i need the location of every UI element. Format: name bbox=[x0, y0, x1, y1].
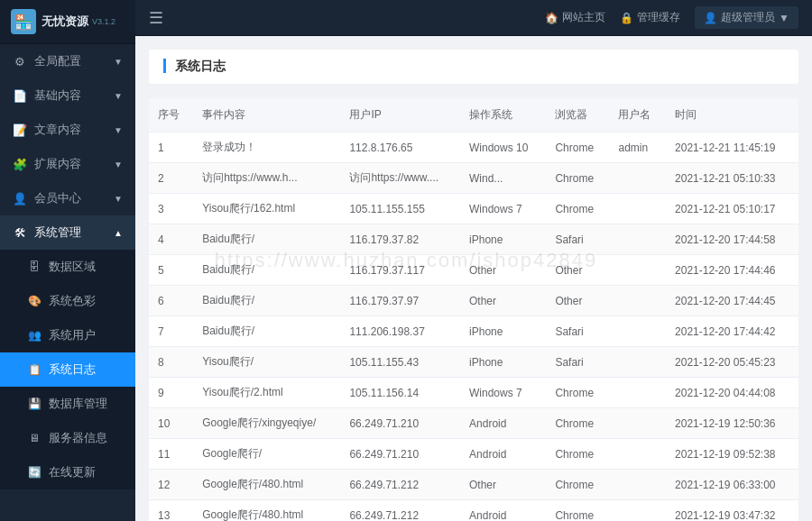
cell-user bbox=[609, 500, 666, 522]
table-header: 序号 事件内容 用户IP 操作系统 浏览器 用户名 时间 bbox=[149, 98, 798, 133]
table-row: 7 Baidu爬行/ 111.206.198.37 iPhone Safari … bbox=[149, 316, 798, 347]
sidebar-item-xitonguser[interactable]: 👥 系统用户 bbox=[0, 318, 135, 352]
table-body: 1 登录成功！ 112.8.176.65 Windows 10 Chrome a… bbox=[149, 133, 798, 522]
col-header-browser: 浏览器 bbox=[546, 98, 609, 133]
cell-time: 2021-12-21 05:10:17 bbox=[666, 194, 798, 224]
cell-user bbox=[609, 347, 666, 378]
sidebar-item-label: 会员中心 bbox=[34, 190, 114, 206]
cell-user bbox=[609, 224, 666, 255]
cell-os: Other bbox=[460, 286, 546, 316]
cell-time: 2021-12-19 09:52:38 bbox=[666, 439, 798, 470]
cell-browser: Chrome bbox=[546, 194, 609, 224]
sidebar-sub-label: 系统色彩 bbox=[49, 293, 123, 309]
page-header: 系统日志 bbox=[149, 50, 798, 84]
sidebar-item-xitongse[interactable]: 🎨 系统色彩 bbox=[0, 284, 135, 318]
cell-ip: 111.206.198.37 bbox=[340, 316, 460, 347]
sidebar-item-jichu[interactable]: 📄 基础内容 ▼ bbox=[0, 78, 135, 113]
cell-user bbox=[609, 163, 666, 194]
cell-os: Other bbox=[460, 470, 546, 500]
cell-ip: 112.8.176.65 bbox=[340, 133, 460, 163]
sidebar-sub-label: 在线更新 bbox=[49, 464, 123, 480]
cell-browser: Safari bbox=[546, 347, 609, 378]
cell-event: Yisou爬行/2.html bbox=[193, 378, 340, 408]
cell-os: Windows 7 bbox=[460, 194, 546, 224]
cell-ip: 66.249.71.212 bbox=[340, 470, 460, 500]
cell-event: Google爬行/ bbox=[193, 439, 340, 470]
cell-event: Baidu爬行/ bbox=[193, 255, 340, 286]
cell-user bbox=[609, 470, 666, 500]
website-link[interactable]: 🏠 网站主页 bbox=[545, 10, 605, 25]
cell-event: Yisou爬行/162.html bbox=[193, 194, 340, 224]
cell-ip: 105.11.156.14 bbox=[340, 378, 460, 408]
cell-os: iPhone bbox=[460, 224, 546, 255]
extend-icon: 🧩 bbox=[13, 157, 27, 171]
cell-event: Baidu爬行/ bbox=[193, 286, 340, 316]
cell-user bbox=[609, 439, 666, 470]
cell-browser: Chrome bbox=[546, 439, 609, 470]
cell-event: Google爬行/480.html bbox=[193, 470, 340, 500]
cell-user bbox=[609, 408, 666, 439]
sidebar-item-label: 扩展内容 bbox=[34, 156, 114, 172]
sidebar-item-shujuqyu[interactable]: 🗄 数据区域 bbox=[0, 250, 135, 284]
sidebar-item-zaixian[interactable]: 🔄 在线更新 bbox=[0, 455, 135, 489]
table-row: 11 Google爬行/ 66.249.71.210 Android Chrom… bbox=[149, 439, 798, 470]
cell-browser: Safari bbox=[546, 224, 609, 255]
toggle-sidebar-button[interactable]: ☰ bbox=[149, 8, 163, 28]
sidebar-item-kuozhan[interactable]: 🧩 扩展内容 ▼ bbox=[0, 147, 135, 181]
user-icon: 👤 bbox=[13, 191, 27, 206]
cell-ip: 105.11.155.43 bbox=[340, 347, 460, 378]
sidebar-menu: ⚙ 全局配置 ▼ 📄 基础内容 ▼ 📝 文章内容 ▼ 🧩 扩展内容 ▼ 👤 会员… bbox=[0, 44, 135, 521]
user-arrow-icon: ▼ bbox=[779, 12, 789, 24]
sidebar-item-fuwuqi[interactable]: 🖥 服务器信息 bbox=[0, 421, 135, 455]
user-menu[interactable]: 👤 超级管理员 ▼ bbox=[695, 6, 798, 29]
cell-time: 2021-12-19 12:50:36 bbox=[666, 408, 798, 439]
cell-os: Windows 10 bbox=[460, 133, 546, 163]
cell-event: 登录成功！ bbox=[193, 133, 340, 163]
arrow-icon: ▼ bbox=[114, 160, 123, 169]
cell-id: 5 bbox=[149, 255, 193, 286]
sidebar: 🏪 无忧资源 V3.1.2 ⚙ 全局配置 ▼ 📄 基础内容 ▼ 📝 文章内容 ▼… bbox=[0, 0, 135, 521]
arrow-up-icon: ▲ bbox=[114, 228, 123, 238]
cell-browser: Chrome bbox=[546, 470, 609, 500]
sidebar-item-xitongrizhi[interactable]: 📋 系统日志 bbox=[0, 352, 135, 387]
arrow-icon: ▼ bbox=[114, 125, 123, 135]
col-header-id: 序号 bbox=[149, 98, 193, 133]
cell-id: 3 bbox=[149, 194, 193, 224]
cell-time: 2021-12-21 11:45:19 bbox=[666, 133, 798, 163]
sidebar-logo: 🏪 无忧资源 V3.1.2 bbox=[0, 0, 135, 44]
sidebar-item-huiyuan[interactable]: 👤 会员中心 ▼ bbox=[0, 181, 135, 215]
cell-id: 7 bbox=[149, 316, 193, 347]
logo-text: 无忧资源 bbox=[42, 14, 88, 30]
sidebar-item-xitong[interactable]: 🛠 系统管理 ▲ bbox=[0, 215, 135, 250]
sidebar-sub-label: 系统日志 bbox=[49, 361, 123, 378]
cache-link[interactable]: 🔒 管理缓存 bbox=[620, 10, 680, 25]
sidebar-item-quanju[interactable]: ⚙ 全局配置 ▼ bbox=[0, 44, 135, 78]
cell-ip: 访问https://www.... bbox=[340, 163, 460, 194]
table-row: 4 Baidu爬行/ 116.179.37.82 iPhone Safari 2… bbox=[149, 224, 798, 255]
sidebar-item-label: 全局配置 bbox=[34, 53, 114, 69]
cell-id: 8 bbox=[149, 347, 193, 378]
sidebar-item-label: 系统管理 bbox=[34, 224, 114, 241]
cell-os: iPhone bbox=[460, 347, 546, 378]
cell-time: 2021-12-20 17:44:45 bbox=[666, 286, 798, 316]
topbar: ☰ 🏠 网站主页 🔒 管理缓存 👤 超级管理员 ▼ bbox=[135, 0, 812, 36]
cell-time: 2021-12-20 17:44:42 bbox=[666, 316, 798, 347]
cell-id: 2 bbox=[149, 163, 193, 194]
cell-os: Android bbox=[460, 408, 546, 439]
cell-time: 2021-12-19 06:33:00 bbox=[666, 470, 798, 500]
cell-id: 13 bbox=[149, 500, 193, 522]
sidebar-item-shujuguanli[interactable]: 💾 数据库管理 bbox=[0, 387, 135, 421]
log-table-container: 序号 事件内容 用户IP 操作系统 浏览器 用户名 时间 1 登录成功！ 112… bbox=[149, 98, 798, 521]
update-icon: 🔄 bbox=[27, 465, 42, 480]
cell-time: 2021-12-20 17:44:58 bbox=[666, 224, 798, 255]
cell-time: 2021-12-20 17:44:46 bbox=[666, 255, 798, 286]
cell-ip: 66.249.71.210 bbox=[340, 408, 460, 439]
col-header-os: 操作系统 bbox=[460, 98, 546, 133]
sidebar-item-wenzhang[interactable]: 📝 文章内容 ▼ bbox=[0, 113, 135, 147]
table-row: 1 登录成功！ 112.8.176.65 Windows 10 Chrome a… bbox=[149, 133, 798, 163]
log-icon: 📋 bbox=[27, 362, 42, 377]
cell-id: 1 bbox=[149, 133, 193, 163]
doc-icon: 📄 bbox=[13, 88, 27, 103]
cell-event: Google爬行/xingyeqiye/ bbox=[193, 408, 340, 439]
col-header-event: 事件内容 bbox=[193, 98, 340, 133]
